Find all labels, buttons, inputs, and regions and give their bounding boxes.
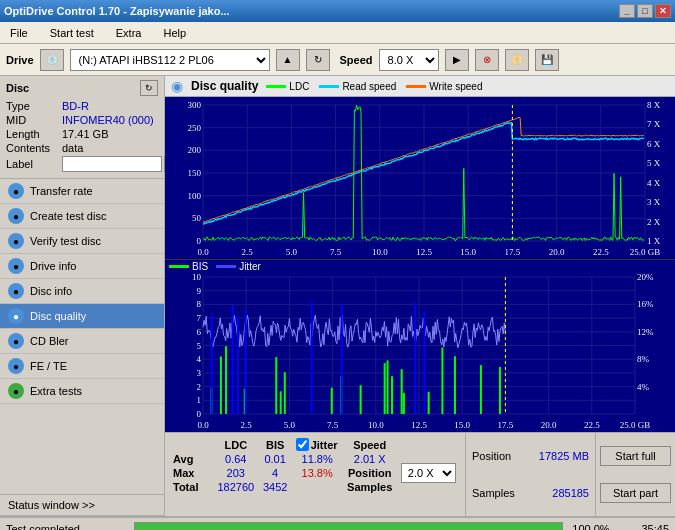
- stats-table: LDC BIS Jitter Speed Avg 0.6: [165, 433, 465, 516]
- disc-info-label: Disc info: [30, 285, 72, 297]
- header-jitter: Jitter: [311, 439, 338, 451]
- drive-label: Drive: [6, 54, 34, 66]
- header-bis: BIS: [259, 437, 292, 452]
- sidebar-item-transfer-rate[interactable]: ● Transfer rate: [0, 179, 164, 204]
- max-bis: 4: [259, 466, 292, 480]
- top-chart: [165, 97, 675, 260]
- verify-test-disc-label: Verify test disc: [30, 235, 101, 247]
- create-test-disc-icon: ●: [8, 208, 24, 224]
- fe-te-label: FE / TE: [30, 360, 67, 372]
- total-label: Total: [173, 480, 213, 494]
- legend-bis: BIS: [169, 261, 208, 272]
- progress-bar-container: [134, 522, 563, 530]
- bis-color: [169, 265, 189, 268]
- bottom-chart: [165, 273, 675, 432]
- drive-bar: Drive 💿 (N:) ATAPI iHBS112 2 PL06 ▲ ↻ Sp…: [0, 44, 675, 76]
- menu-help[interactable]: Help: [157, 25, 192, 41]
- status-bar: Test completed 100.0% 35:45: [0, 516, 675, 530]
- disc-length-val: 17.41 GB: [62, 128, 108, 140]
- samples-val: 285185: [552, 487, 589, 499]
- samples-label2: Samples: [472, 487, 515, 499]
- title-text: OptiDrive Control 1.70 - Zapisywanie jak…: [4, 5, 230, 17]
- disc-mid-val: INFOMER40 (000): [62, 114, 154, 126]
- disc-mid-key: MID: [6, 114, 62, 126]
- sidebar-item-create-test-disc[interactable]: ● Create test disc: [0, 204, 164, 229]
- stats-data-table: LDC BIS Jitter Speed Avg 0.6: [173, 437, 457, 494]
- sidebar-item-disc-quality[interactable]: ● Disc quality: [0, 304, 164, 329]
- erase-btn[interactable]: ⊗: [475, 49, 499, 71]
- drive-icon-btn[interactable]: 💿: [40, 49, 64, 71]
- close-button[interactable]: ✕: [655, 4, 671, 18]
- jitter-color: [216, 265, 236, 268]
- save-btn[interactable]: 💾: [535, 49, 559, 71]
- disc-type-val: BD-R: [62, 100, 89, 112]
- maximize-button[interactable]: □: [637, 4, 653, 18]
- start-full-button[interactable]: Start full: [600, 446, 671, 466]
- jitter-checkbox[interactable]: [296, 438, 309, 451]
- write-btn[interactable]: 📀: [505, 49, 529, 71]
- sidebar-item-fe-te[interactable]: ● FE / TE: [0, 354, 164, 379]
- ldc-label: LDC: [289, 81, 309, 92]
- read-speed-color: [319, 85, 339, 88]
- create-test-disc-label: Create test disc: [30, 210, 106, 222]
- sidebar-item-drive-info[interactable]: ● Drive info: [0, 254, 164, 279]
- menu-bar: File Start test Extra Help: [0, 22, 675, 44]
- speed-select[interactable]: 8.0 X: [379, 49, 439, 71]
- avg-jitter: 11.8%: [292, 452, 343, 466]
- menu-file[interactable]: File: [4, 25, 34, 41]
- transfer-rate-icon: ●: [8, 183, 24, 199]
- avg-ldc: 0.64: [213, 452, 259, 466]
- drive-select[interactable]: (N:) ATAPI iHBS112 2 PL06: [70, 49, 270, 71]
- minimize-button[interactable]: _: [619, 4, 635, 18]
- disc-info-panel: Disc ↻ Type BD-R MID INFOMER40 (000) Len…: [0, 76, 164, 179]
- status-window-button[interactable]: Status window >>: [0, 495, 164, 516]
- menu-extra[interactable]: Extra: [110, 25, 148, 41]
- status-text: Test completed: [6, 523, 126, 530]
- header-ldc: LDC: [213, 437, 259, 452]
- main-layout: Disc ↻ Type BD-R MID INFOMER40 (000) Len…: [0, 76, 675, 516]
- stats-right: Position 17825 MB Samples 285185: [465, 433, 595, 516]
- content-area: ◉ Disc quality LDC Read speed Write spee…: [165, 76, 675, 516]
- position-label2: Position: [472, 450, 511, 462]
- legend-read-speed: Read speed: [319, 81, 396, 92]
- drive-eject-btn[interactable]: ▲: [276, 49, 300, 71]
- speed-val: 2.01 X: [343, 452, 397, 466]
- total-ldc: 182760: [213, 480, 259, 494]
- quality-title: Disc quality: [191, 79, 258, 93]
- cd-bler-icon: ●: [8, 333, 24, 349]
- title-bar: OptiDrive Control 1.70 - Zapisywanie jak…: [0, 0, 675, 22]
- disc-label-key: Label: [6, 158, 62, 170]
- max-jitter: 13.8%: [292, 466, 343, 480]
- disc-quality-label: Disc quality: [30, 310, 86, 322]
- speed-select-stats[interactable]: 2.0 X: [401, 463, 456, 483]
- legend-jitter: Jitter: [216, 261, 261, 272]
- verify-test-disc-icon: ●: [8, 233, 24, 249]
- menu-start-test[interactable]: Start test: [44, 25, 100, 41]
- sidebar-item-verify-test-disc[interactable]: ● Verify test disc: [0, 229, 164, 254]
- top-chart-canvas: [165, 97, 675, 259]
- header-speed: Speed: [343, 437, 397, 452]
- disc-length-key: Length: [6, 128, 62, 140]
- extra-tests-label: Extra tests: [30, 385, 82, 397]
- drive-info-label: Drive info: [30, 260, 76, 272]
- sidebar-item-cd-bler[interactable]: ● CD Bler: [0, 329, 164, 354]
- disc-refresh-btn[interactable]: ↻: [140, 80, 158, 96]
- position-row: Position 17825 MB: [472, 450, 589, 462]
- bis-label: BIS: [192, 261, 208, 272]
- quality-header: ◉ Disc quality LDC Read speed Write spee…: [165, 76, 675, 97]
- sidebar-item-disc-info[interactable]: ● Disc info: [0, 279, 164, 304]
- progress-percent: 100.0%: [571, 523, 611, 530]
- max-ldc: 203: [213, 466, 259, 480]
- drive-refresh-btn[interactable]: ↻: [306, 49, 330, 71]
- speed-apply-btn[interactable]: ▶: [445, 49, 469, 71]
- sidebar-item-extra-tests[interactable]: ● Extra tests: [0, 379, 164, 404]
- ldc-color: [266, 85, 286, 88]
- start-part-button[interactable]: Start part: [600, 483, 671, 503]
- avg-label: Avg: [173, 452, 213, 466]
- bottom-chart-canvas: [165, 273, 675, 432]
- disc-info-icon: ●: [8, 283, 24, 299]
- speed-label: Speed: [340, 54, 373, 66]
- write-speed-label: Write speed: [429, 81, 482, 92]
- extra-tests-icon: ●: [8, 383, 24, 399]
- disc-label-input[interactable]: [62, 156, 162, 172]
